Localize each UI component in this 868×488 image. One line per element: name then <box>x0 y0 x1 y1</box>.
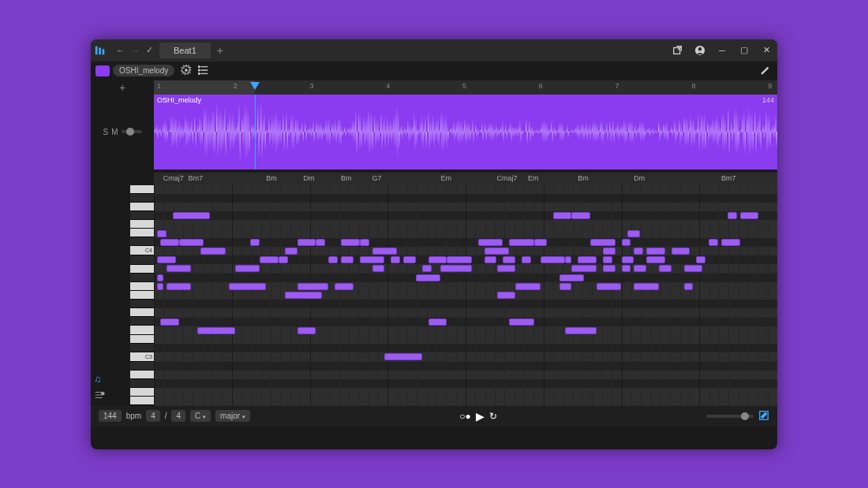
midi-note[interactable] <box>541 256 566 263</box>
midi-note[interactable] <box>622 239 631 246</box>
midi-note[interactable] <box>634 265 646 272</box>
midi-note[interactable] <box>157 274 163 281</box>
edit-icon[interactable] <box>758 410 769 423</box>
midi-note[interactable] <box>740 212 759 219</box>
midi-note[interactable] <box>160 319 179 326</box>
midi-note[interactable] <box>597 283 622 290</box>
chord-label[interactable]: Cmaj7 <box>497 174 518 182</box>
midi-note[interactable] <box>335 283 354 290</box>
chord-label[interactable]: Bm <box>341 174 352 182</box>
playhead[interactable] <box>255 95 256 169</box>
volume-slider[interactable] <box>122 130 142 133</box>
midi-note[interactable] <box>515 283 541 290</box>
solo-button[interactable]: S <box>103 128 108 136</box>
midi-note[interactable] <box>391 256 400 263</box>
midi-note[interactable] <box>622 265 631 272</box>
midi-note[interactable] <box>157 283 163 290</box>
midi-note[interactable] <box>503 256 515 263</box>
midi-note[interactable] <box>157 256 176 263</box>
record-icon[interactable]: ○● <box>459 411 471 422</box>
midi-note[interactable] <box>157 230 166 237</box>
midi-note[interactable] <box>590 239 615 246</box>
chord-label[interactable]: Dm <box>304 174 315 182</box>
play-button[interactable]: ▶ <box>476 410 485 423</box>
new-tab-button[interactable]: + <box>211 44 230 57</box>
midi-note[interactable] <box>634 283 659 290</box>
midi-note[interactable] <box>627 230 640 237</box>
midi-note[interactable] <box>497 265 516 272</box>
midi-note[interactable] <box>534 239 547 246</box>
midi-note[interactable] <box>372 265 385 272</box>
midi-note[interactable] <box>341 239 360 246</box>
chord-label[interactable]: Bm7 <box>188 174 203 182</box>
midi-note[interactable] <box>721 239 740 246</box>
midi-note[interactable] <box>509 239 534 246</box>
midi-note[interactable] <box>696 256 705 263</box>
midi-note[interactable] <box>360 256 385 263</box>
midi-note[interactable] <box>316 239 325 246</box>
midi-note[interactable] <box>578 256 597 263</box>
midi-note[interactable] <box>646 256 665 263</box>
midi-note[interactable] <box>559 274 585 281</box>
midi-note[interactable] <box>672 248 690 255</box>
playhead-marker[interactable] <box>250 82 260 90</box>
midi-note[interactable] <box>285 248 297 255</box>
midi-note[interactable] <box>440 265 472 272</box>
midi-note[interactable] <box>603 248 615 255</box>
midi-note[interactable] <box>622 256 634 263</box>
midi-note[interactable] <box>173 212 210 219</box>
timesig-den[interactable]: 4 <box>171 410 185 422</box>
midi-note[interactable] <box>428 256 447 263</box>
midi-note[interactable] <box>447 256 472 263</box>
mute-button[interactable]: M <box>111 128 118 136</box>
midi-note[interactable] <box>709 239 718 246</box>
close-button[interactable]: ✕ <box>755 39 777 61</box>
midi-note[interactable] <box>200 248 226 255</box>
chord-label[interactable]: Bm7 <box>721 174 736 182</box>
forward-icon[interactable]: → <box>131 46 140 55</box>
midi-note[interactable] <box>328 256 338 263</box>
chord-ruler[interactable]: Cmaj7Bm7BmDmBmG7EmCmaj7EmBmDmBm7 <box>154 173 777 185</box>
midi-note[interactable] <box>603 256 612 263</box>
chord-label[interactable]: Dm <box>634 174 645 182</box>
pencil-icon[interactable] <box>760 65 771 77</box>
midi-note[interactable] <box>360 239 369 246</box>
midi-note[interactable] <box>297 327 316 334</box>
midi-note[interactable] <box>659 265 672 272</box>
midi-note[interactable] <box>235 265 260 272</box>
midi-note[interactable] <box>485 248 510 255</box>
midi-note[interactable] <box>422 265 432 272</box>
midi-note[interactable] <box>497 292 516 299</box>
midi-note[interactable] <box>285 292 322 299</box>
chord-label[interactable]: Bm <box>266 174 277 182</box>
note-tool-icon[interactable]: ♫ <box>94 374 127 385</box>
zoom-slider[interactable] <box>706 415 754 418</box>
midi-note[interactable] <box>565 256 571 263</box>
share-icon[interactable] <box>667 39 689 61</box>
midi-note[interactable] <box>416 274 441 281</box>
waveform-clip[interactable]: OSHI_melody 144 <box>154 95 777 169</box>
minimize-button[interactable]: ─ <box>711 39 733 61</box>
chord-tool-icon[interactable] <box>94 389 127 403</box>
chord-label[interactable]: Cmaj7 <box>163 174 184 182</box>
check-icon[interactable]: ✓ <box>146 45 153 55</box>
add-track-button[interactable]: + <box>91 80 154 95</box>
midi-note[interactable] <box>250 239 260 246</box>
timeline-ruler[interactable]: 123456789 <box>154 80 777 95</box>
midi-note[interactable] <box>297 239 316 246</box>
midi-note[interactable] <box>372 248 398 255</box>
midi-note[interactable] <box>341 256 354 263</box>
midi-note[interactable] <box>571 212 590 219</box>
midi-note[interactable] <box>160 239 179 246</box>
chord-label[interactable]: Em <box>528 174 539 182</box>
chord-label[interactable]: Bm <box>578 174 589 182</box>
chord-label[interactable]: G7 <box>372 174 382 182</box>
midi-note[interactable] <box>384 353 421 360</box>
midi-note[interactable] <box>603 265 615 272</box>
timesig-num[interactable]: 4 <box>146 410 160 422</box>
chord-label[interactable]: Em <box>440 174 451 182</box>
key-select[interactable]: C ▾ <box>190 410 211 422</box>
midi-note[interactable] <box>565 327 597 334</box>
midi-note[interactable] <box>428 319 447 326</box>
midi-note[interactable] <box>403 256 416 263</box>
